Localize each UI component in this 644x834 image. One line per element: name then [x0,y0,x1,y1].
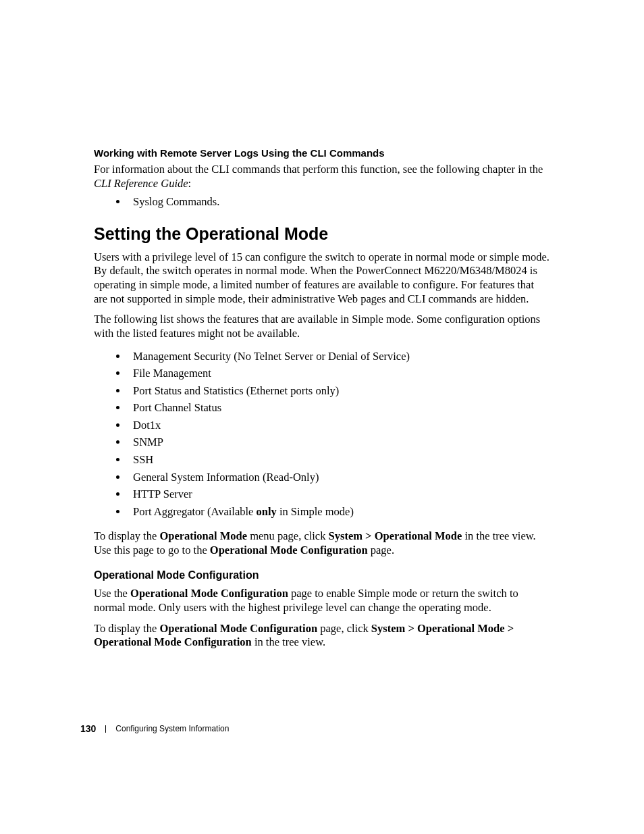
text: page, click [317,622,371,635]
feature-last-pre: Port Aggregator (Available [133,505,257,518]
paragraph-display-config: To display the Operational Mode Configur… [94,622,550,650]
list-item: Port Aggregator (Available only in Simpl… [128,503,550,521]
feature-last-post: in Simple mode) [277,505,354,518]
intro-colon: : [188,177,192,190]
intro-text: For information about the CLI commands t… [94,163,543,176]
text: To display the [94,529,159,542]
list-item: Port Status and Statistics (Ethernet por… [128,382,550,400]
list-item: General System Information (Read-Only) [128,469,550,486]
text: page. [368,544,394,556]
text: Use the [94,587,130,600]
page-number: 130 [80,723,96,734]
nav-path: System > Operational Mode [329,529,462,542]
text: in the tree view. [252,635,325,648]
list-item: HTTP Server [128,486,550,503]
paragraph-privilege: Users with a privilege level of 15 can c… [94,251,550,307]
intro-paragraph: For information about the CLI commands t… [94,163,550,190]
paragraph-use-config: Use the Operational Mode Configuration p… [94,587,550,615]
operational-mode-config-label: Operational Mode Configuration [159,622,317,635]
list-item: Port Channel Status [128,399,550,417]
list-item: SSH [128,451,550,469]
list-item: SNMP [128,434,550,451]
paragraph-features-intro: The following list shows the features th… [94,313,550,340]
feature-last-bold: only [257,505,277,518]
document-page: Working with Remote Server Logs Using th… [0,0,644,650]
section-title-operational-mode: Setting the Operational Mode [94,224,550,244]
chapter-title: Configuring System Information [115,724,229,733]
page-footer: 130 Configuring System Information [80,723,229,734]
list-item: Syslog Commands. [128,193,550,211]
subsection-operational-mode-config: Operational Mode Configuration [94,569,550,581]
operational-mode-label: Operational Mode [159,529,247,542]
footer-divider [105,725,106,733]
features-list: Management Security (No Telnet Server or… [94,348,550,521]
text: menu page, click [247,529,329,542]
text: To display the [94,622,159,635]
syslog-list: Syslog Commands. [94,193,550,211]
list-item: Management Security (No Telnet Server or… [128,348,550,365]
subheading-remote-server-logs: Working with Remote Server Logs Using th… [94,147,550,159]
operational-mode-config-label: Operational Mode Configuration [130,587,288,600]
cli-reference-guide-title: CLI Reference Guide [94,177,188,190]
list-item: File Management [128,365,550,382]
paragraph-display-menu: To display the Operational Mode menu pag… [94,529,550,557]
list-item: Dot1x [128,417,550,434]
operational-mode-config-label: Operational Mode Configuration [210,544,368,556]
